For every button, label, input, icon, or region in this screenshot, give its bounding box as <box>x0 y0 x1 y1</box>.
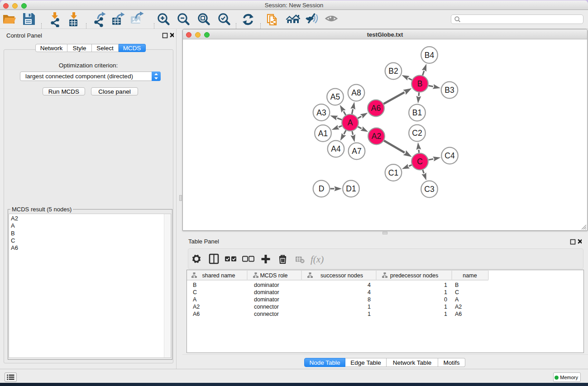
svg-text:MCDS role: MCDS role <box>260 272 287 279</box>
svg-text:1: 1 <box>368 304 371 310</box>
svg-text:4: 4 <box>368 289 371 295</box>
svg-text:1: 1 <box>444 282 447 288</box>
svg-text:A6: A6 <box>455 311 462 317</box>
svg-text:B1: B1 <box>412 108 422 117</box>
svg-text:A4: A4 <box>331 144 341 153</box>
svg-text:A: A <box>348 118 353 127</box>
svg-text:D: D <box>319 184 325 193</box>
svg-text:8: 8 <box>368 296 371 303</box>
svg-text:B3: B3 <box>445 86 454 95</box>
svg-text:A2: A2 <box>372 132 381 141</box>
svg-text:1: 1 <box>444 304 447 310</box>
svg-text:C: C <box>193 289 197 295</box>
svg-text:A5: A5 <box>330 92 340 101</box>
svg-text:C3: C3 <box>424 185 434 194</box>
svg-text:A8: A8 <box>351 88 361 97</box>
svg-text:dominator: dominator <box>254 289 279 295</box>
svg-text:C4: C4 <box>445 151 455 160</box>
svg-text:name: name <box>463 272 477 279</box>
svg-text:A3: A3 <box>316 108 326 117</box>
svg-text:shared name: shared name <box>202 272 235 279</box>
svg-text:1: 1 <box>368 311 371 317</box>
svg-text:1: 1 <box>444 311 447 317</box>
svg-text:0: 0 <box>444 296 447 303</box>
svg-text:A6: A6 <box>371 104 381 113</box>
svg-text:A: A <box>193 296 197 303</box>
svg-text:B2: B2 <box>388 67 398 76</box>
svg-text:C: C <box>417 157 423 166</box>
svg-text:dominator: dominator <box>254 282 279 288</box>
svg-text:connector: connector <box>254 311 279 317</box>
svg-text:C2: C2 <box>412 129 422 138</box>
svg-text:A7: A7 <box>352 147 361 156</box>
svg-text:C: C <box>455 289 459 295</box>
svg-text:C1: C1 <box>388 168 398 177</box>
svg-text:B: B <box>455 282 459 288</box>
svg-text:dominator: dominator <box>254 296 279 303</box>
svg-text:4: 4 <box>368 282 371 288</box>
svg-text:connector: connector <box>254 304 279 310</box>
svg-text:A2: A2 <box>455 304 462 310</box>
svg-text:B: B <box>417 79 423 88</box>
svg-text:A: A <box>455 296 459 303</box>
svg-text:successor nodes: successor nodes <box>320 272 363 279</box>
svg-text:predecessor nodes: predecessor nodes <box>390 272 438 279</box>
svg-text:A2: A2 <box>193 304 200 310</box>
svg-text:B4: B4 <box>425 51 435 60</box>
svg-text:D1: D1 <box>346 184 356 193</box>
svg-text:B: B <box>193 282 196 288</box>
svg-text:f(x): f(x) <box>311 254 324 265</box>
svg-text:A6: A6 <box>193 311 200 317</box>
svg-text:1: 1 <box>444 289 447 295</box>
svg-text:A1: A1 <box>318 129 328 138</box>
